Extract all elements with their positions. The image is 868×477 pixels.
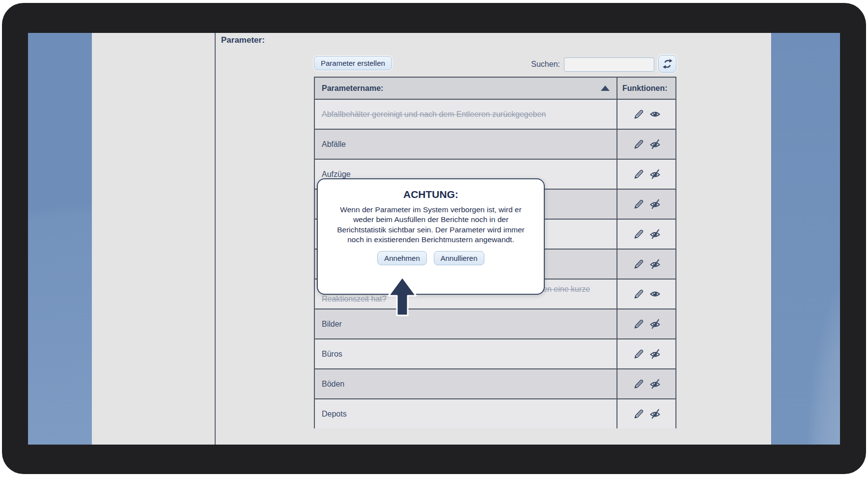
column-header-label: Funktionen: [622, 84, 668, 93]
edit-pencil-icon[interactable] [633, 408, 644, 420]
table-header-row: Parametername: Funktionen: [315, 78, 675, 99]
parameter-name-cell: Depots [315, 399, 616, 428]
hide-eye-slash-icon[interactable] [649, 348, 661, 360]
parameter-name-cell: Büros [315, 339, 616, 368]
edit-pencil-icon[interactable] [633, 228, 644, 240]
edit-pencil-icon[interactable] [633, 139, 644, 150]
functions-cell [616, 160, 675, 189]
hide-eye-slash-icon[interactable] [649, 228, 661, 240]
table-row: Abfälle [315, 129, 675, 159]
cancel-button[interactable]: Annullieren [434, 251, 484, 265]
search-label: Suchen: [531, 60, 560, 69]
edit-pencil-icon[interactable] [633, 288, 644, 300]
hide-eye-slash-icon[interactable] [649, 139, 661, 150]
edit-pencil-icon[interactable] [633, 198, 644, 210]
decorative-right-panel [771, 33, 840, 445]
functions-cell [616, 369, 675, 398]
search-group: Suchen: [531, 56, 676, 73]
app-viewport: Parameter: Parameter erstellen Suchen: [28, 33, 840, 445]
functions-cell [616, 399, 675, 428]
column-header-label: Parametername: [322, 84, 383, 93]
edit-pencil-icon[interactable] [633, 168, 644, 180]
decorative-left-panel [28, 33, 92, 445]
functions-cell [616, 280, 675, 309]
dialog-title: ACHTUNG: [318, 189, 544, 200]
hide-eye-slash-icon[interactable] [649, 408, 661, 420]
functions-cell [616, 130, 675, 159]
page-title: Parameter: [221, 35, 265, 45]
table-row: Depots [315, 398, 675, 428]
edit-pencil-icon[interactable] [633, 258, 644, 270]
warning-dialog: ACHTUNG: Wenn der Parameter im System ve… [317, 178, 545, 295]
edit-pencil-icon[interactable] [633, 318, 644, 330]
table-row: Bilder [315, 309, 675, 338]
edit-pencil-icon[interactable] [633, 378, 644, 390]
parameter-name-cell: Abfallbehälter gereinigt und nach dem En… [315, 100, 616, 129]
accept-button[interactable]: Annehmen [377, 251, 427, 265]
refresh-icon [662, 58, 673, 69]
mouse-cursor-arrow [387, 276, 418, 317]
hide-eye-slash-icon[interactable] [649, 318, 661, 330]
hide-eye-slash-icon[interactable] [649, 198, 661, 210]
hide-eye-slash-icon[interactable] [649, 168, 661, 180]
hide-eye-slash-icon[interactable] [649, 258, 661, 270]
table-row: Böden [315, 368, 675, 398]
refresh-button[interactable] [658, 55, 676, 73]
create-parameter-button[interactable]: Parameter erstellen [314, 56, 392, 70]
functions-cell [616, 309, 675, 338]
functions-cell [616, 250, 675, 279]
parameter-name-cell: Böden [315, 369, 616, 398]
search-input[interactable] [564, 57, 654, 72]
functions-cell [616, 220, 675, 249]
sort-ascending-icon[interactable] [601, 85, 610, 91]
hide-eye-slash-icon[interactable] [649, 378, 661, 390]
page-left-column [92, 33, 216, 445]
dialog-message: Wenn der Parameter im System verborgen i… [318, 205, 544, 245]
parameter-name-cell: Bilder [315, 309, 616, 338]
table-row: Abfallbehälter gereinigt und nach dem En… [315, 99, 675, 129]
screen-frame: Parameter: Parameter erstellen Suchen: [2, 3, 866, 474]
table-row: Büros [315, 338, 675, 368]
parameter-name-cell: Abfälle [315, 130, 616, 159]
column-header-parametername[interactable]: Parametername: [315, 78, 616, 99]
functions-cell [616, 339, 675, 368]
dialog-buttons: Annehmen Annullieren [318, 251, 544, 265]
show-eye-icon[interactable] [649, 288, 661, 300]
functions-cell [616, 190, 675, 219]
table-toolbar: Parameter erstellen Suchen: [314, 56, 676, 77]
show-eye-icon[interactable] [649, 109, 661, 120]
edit-pencil-icon[interactable] [633, 348, 644, 360]
edit-pencil-icon[interactable] [633, 109, 644, 120]
column-header-funktionen: Funktionen: [616, 78, 675, 99]
functions-cell [616, 100, 675, 129]
